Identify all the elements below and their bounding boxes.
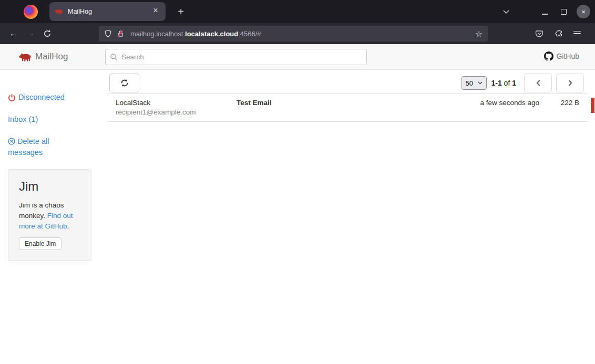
firefox-logo-icon[interactable]	[24, 5, 38, 19]
pocket-icon	[535, 29, 543, 38]
forward-button[interactable]: →	[22, 25, 39, 42]
pagination-range: 1-1 of 1	[491, 79, 517, 87]
new-tab-button[interactable]: +	[173, 4, 189, 19]
browser-titlebar: MailHog × + ×	[0, 0, 595, 23]
window-maximize-button[interactable]	[557, 5, 570, 18]
insecure-lock-icon[interactable]	[117, 29, 125, 38]
chevron-right-icon	[567, 79, 573, 87]
message-size: 222 B	[539, 98, 579, 117]
previous-page-button[interactable]	[524, 74, 552, 92]
inbox-label: Inbox (1)	[8, 114, 38, 125]
reload-button[interactable]	[39, 25, 56, 42]
message-pane: 50 1-1 of 1 LocalStack recipient1@exampl…	[99, 70, 595, 364]
jim-panel: Jim Jim is a chaos monkey. Find out more…	[8, 169, 91, 261]
pocket-button[interactable]	[532, 25, 547, 42]
mailhog-logo-icon	[19, 53, 32, 61]
app-menu-button[interactable]	[570, 25, 584, 42]
list-tabs-chevron-icon[interactable]	[500, 7, 512, 17]
jim-title: Jim	[19, 179, 81, 194]
next-page-button[interactable]	[556, 74, 584, 92]
reload-icon	[43, 29, 52, 38]
page-size-value: 50	[466, 79, 473, 87]
url-prefix: mailhog.localhost.	[130, 30, 185, 38]
extensions-button[interactable]	[551, 25, 566, 42]
browser-tab-mailhog[interactable]: MailHog ×	[49, 2, 166, 21]
url-suffix: :4566/#	[238, 30, 261, 38]
unread-indicator	[591, 98, 594, 113]
refresh-button[interactable]	[109, 74, 139, 92]
message-time: a few seconds ago	[445, 98, 539, 117]
sidebar-item-delete-all[interactable]: Delete all messages	[8, 136, 72, 158]
content: Disconnected Inbox (1) Delete all messag…	[0, 70, 595, 364]
message-sender: LocalStack	[116, 98, 237, 108]
mailhog-header: MailHog GitHub	[0, 44, 595, 70]
search-icon	[110, 53, 118, 61]
bookmark-star-icon[interactable]: ☆	[475, 29, 483, 39]
search-input[interactable]	[105, 49, 367, 65]
puzzle-icon	[554, 29, 563, 38]
message-list: LocalStack recipient1@example.com Test E…	[108, 93, 587, 122]
sidebar-item-inbox[interactable]: Inbox (1)	[8, 114, 91, 125]
page-size-select[interactable]: 50	[461, 76, 487, 90]
brand-title: MailHog	[35, 51, 68, 62]
tab-title: MailHog	[68, 8, 151, 15]
window-minimize-button[interactable]	[538, 5, 551, 18]
browser-navbar: ← → mailhog.localhost.localstack.cloud:4…	[0, 23, 595, 44]
url-domain: localstack.cloud	[185, 30, 238, 38]
github-label: GitHub	[556, 52, 579, 60]
hamburger-menu-icon	[573, 31, 581, 37]
github-link[interactable]: GitHub	[544, 51, 579, 61]
power-icon	[8, 93, 16, 102]
mailhog-pig-icon	[55, 8, 63, 15]
tab-separator	[46, 0, 46, 23]
message-toolbar: 50 1-1 of 1	[108, 74, 587, 92]
sidebar-item-connection-status[interactable]: Disconnected	[8, 92, 91, 103]
back-button[interactable]: ←	[5, 25, 22, 42]
url-bar[interactable]: mailhog.localhost.localstack.cloud:4566/…	[99, 26, 488, 41]
github-icon	[544, 51, 553, 61]
tracking-shield-icon[interactable]	[104, 29, 112, 38]
status-label: Disconnected	[18, 92, 65, 103]
pagination: 50 1-1 of 1	[461, 74, 584, 92]
jim-description: Jim is a chaos monkey. Find out more at …	[19, 200, 81, 232]
url-text: mailhog.localhost.localstack.cloud:4566/…	[130, 30, 261, 38]
tab-close-icon[interactable]: ×	[151, 7, 160, 16]
enable-jim-button[interactable]: Enable Jim	[19, 237, 61, 250]
message-row[interactable]: LocalStack recipient1@example.com Test E…	[108, 94, 587, 122]
message-recipient: recipient1@example.com	[116, 108, 237, 117]
chevron-down-icon	[478, 81, 483, 85]
sidebar: Disconnected Inbox (1) Delete all messag…	[0, 70, 99, 364]
window-close-button[interactable]: ×	[577, 5, 590, 18]
mailhog-brand[interactable]: MailHog	[19, 51, 68, 62]
delete-circle-icon	[8, 138, 15, 145]
message-subject: Test Email	[237, 98, 445, 117]
chevron-left-icon	[535, 79, 541, 87]
refresh-icon	[120, 79, 129, 87]
message-from-cell: LocalStack recipient1@example.com	[116, 98, 237, 117]
